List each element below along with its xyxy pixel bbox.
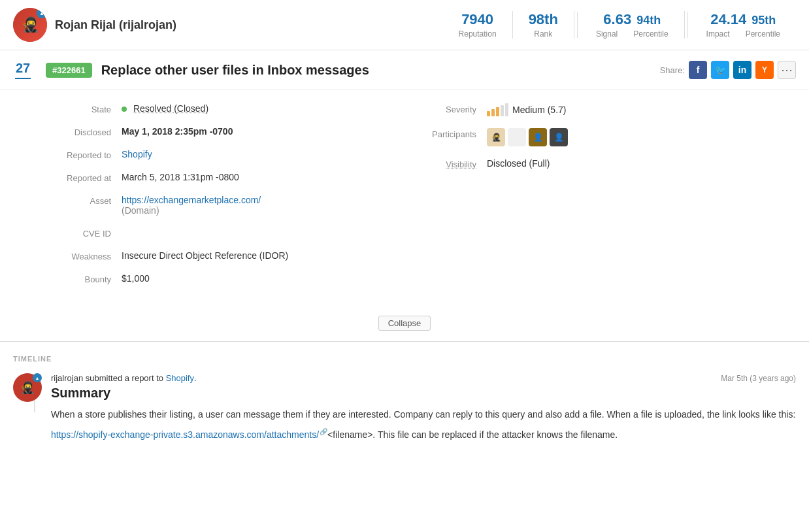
stat-rank: 98th Rank	[513, 11, 574, 39]
timeline-date: Mar 5th (3 years ago)	[721, 374, 796, 383]
detail-visibility: Visibility Disclosed (Full)	[404, 158, 770, 169]
page-header: 🥷 ▲ Rojan Rijal (rijalrojan) 7940 Reputa…	[0, 0, 809, 50]
details-left: State Resolved (Closed) Disclosed May 1,…	[39, 103, 404, 296]
asset-type: (Domain)	[122, 205, 261, 216]
username: Rojan Rijal (rijalrojan)	[55, 18, 176, 32]
participant-3: 👤	[529, 128, 547, 146]
impact-label: Impact	[706, 29, 730, 39]
weakness-label: Weakness	[39, 250, 111, 261]
detail-cve: CVE ID	[39, 227, 404, 239]
severity-bar-3	[496, 107, 499, 116]
share-more-button[interactable]: ⋯	[778, 61, 796, 79]
timeline-body-link[interactable]: https://shopify-exchange-private.s3.amaz…	[51, 429, 319, 440]
participants-label: Participants	[404, 128, 476, 139]
reported-to-link[interactable]: Shopify	[122, 149, 152, 159]
badge-icon: ▲	[37, 8, 47, 18]
rank-value: 98th	[529, 11, 558, 28]
detail-severity: Severity Medium (5.7)	[404, 103, 770, 116]
vote-line	[15, 78, 31, 79]
detail-reported-to: Reported to Shopify	[39, 149, 404, 160]
signal-value: 6.63	[603, 11, 631, 28]
timeline-summary-title: Summary	[51, 386, 796, 401]
vote-count: 27	[16, 61, 30, 76]
severity-value: Medium (5.7)	[487, 103, 566, 116]
collapse-section: Collapse	[0, 309, 809, 342]
signal-label: Signal	[596, 29, 618, 39]
timeline-line	[34, 399, 35, 412]
detail-asset: Asset https://exchangemarketplace.com/ (…	[39, 195, 404, 216]
severity-label: Severity	[404, 103, 476, 114]
state-label: State	[39, 103, 111, 114]
timeline-target[interactable]: Shopify	[166, 373, 194, 383]
bounty-label: Bounty	[39, 273, 111, 284]
header-stats: 7940 Reputation 98th Rank 6.63 94th Sign…	[443, 11, 796, 39]
participant-1: 🥷	[487, 128, 505, 146]
detail-state: State Resolved (Closed)	[39, 103, 404, 114]
timeline-body-text2: https://shopify-exchange-private.s3.amaz…	[51, 427, 796, 442]
state-dot	[122, 107, 127, 112]
details-section: State Resolved (Closed) Disclosed May 1,…	[0, 90, 809, 309]
disclosed-label: Disclosed	[39, 126, 111, 137]
vote-section: 27	[13, 61, 33, 79]
timeline-label: TIMELINE	[13, 355, 796, 363]
rank-label: Rank	[534, 29, 552, 39]
impact-percentile-label: Percentile	[746, 29, 780, 39]
signal-percentile: 94th	[636, 14, 661, 27]
avatar: 🥷 ▲	[13, 8, 47, 42]
severity-bar-5	[505, 103, 508, 116]
detail-participants: Participants 🥷 👤 👤	[404, 128, 770, 146]
timeline-username[interactable]: rijalrojan	[51, 373, 83, 383]
stat-reputation: 7940 Reputation	[443, 11, 513, 39]
timeline-user: rijalrojan submitted a report to Shopify…	[51, 373, 197, 383]
share-hn-button[interactable]: Y	[755, 61, 774, 79]
state-value: Resolved (Closed)	[122, 103, 208, 114]
share-linkedin-button[interactable]: in	[733, 61, 751, 79]
reported-to-value: Shopify	[122, 149, 152, 159]
bounty-value: $1,000	[122, 273, 150, 284]
cve-label: CVE ID	[39, 227, 111, 239]
timeline-entry: 🥷 ▲ rijalrojan submitted a report to Sho…	[13, 373, 796, 442]
detail-reported-at: Reported at March 5, 2018 1:31pm -0800	[39, 172, 404, 183]
share-label: Share:	[660, 65, 685, 75]
impact-percentile: 95th	[751, 14, 776, 27]
visibility-value: Disclosed (Full)	[487, 158, 550, 169]
signal-percentile-label: Percentile	[633, 29, 668, 39]
report-title: Replace other user files in Inbox messag…	[101, 63, 647, 78]
timeline-avatar-badge: ▲	[33, 373, 42, 382]
impact-value: 24.14	[710, 11, 746, 28]
reported-at-label: Reported at	[39, 172, 111, 183]
timeline-body-text-end: <filename>. This file can be replaced if…	[327, 429, 618, 440]
report-header: 27 #322661 Replace other user files in I…	[0, 50, 809, 90]
collapse-button[interactable]: Collapse	[378, 316, 431, 331]
severity-bar-2	[491, 109, 495, 116]
participant-4: 👤	[550, 128, 568, 146]
timeline-body-text1: When a store publishes their listing, a …	[51, 407, 796, 422]
reported-at-value: March 5, 2018 1:31pm -0800	[122, 172, 239, 182]
severity-text: Medium (5.7)	[512, 105, 566, 115]
severity-bar-4	[501, 105, 504, 116]
severity-bar-1	[487, 111, 490, 116]
disclosed-value: May 1, 2018 2:35pm -0700	[122, 126, 233, 137]
severity-bars	[487, 103, 508, 116]
share-facebook-button[interactable]: f	[689, 61, 707, 79]
detail-disclosed: Disclosed May 1, 2018 2:35pm -0700	[39, 126, 404, 137]
stat-impact: 24.14 95th Impact Percentile	[691, 11, 796, 39]
timeline-meta: rijalrojan submitted a report to Shopify…	[51, 373, 796, 383]
timeline-body: When a store publishes their listing, a …	[51, 407, 796, 442]
detail-weakness: Weakness Insecure Direct Object Referenc…	[39, 250, 404, 261]
visibility-label: Visibility	[404, 158, 476, 169]
share-section: Share: f 🐦 in Y	[660, 61, 774, 79]
participants-list: 🥷 👤 👤	[487, 128, 568, 146]
participant-2	[508, 128, 526, 146]
external-link-icon: 🔗	[320, 428, 327, 435]
reported-to-label: Reported to	[39, 149, 111, 160]
details-right: Severity Medium (5.7) Participants 🥷 👤 👤	[404, 103, 770, 296]
asset-value: https://exchangemarketplace.com/ (Domain…	[122, 195, 261, 216]
weakness-value: Insecure Direct Object Reference (IDOR)	[122, 250, 288, 261]
asset-label: Asset	[39, 195, 111, 206]
report-id-badge: #322661	[46, 63, 92, 78]
stat-signal: 6.63 94th Signal Percentile	[580, 11, 685, 39]
reputation-label: Reputation	[459, 29, 497, 39]
asset-url[interactable]: https://exchangemarketplace.com/	[122, 195, 261, 205]
share-twitter-button[interactable]: 🐦	[711, 61, 729, 79]
